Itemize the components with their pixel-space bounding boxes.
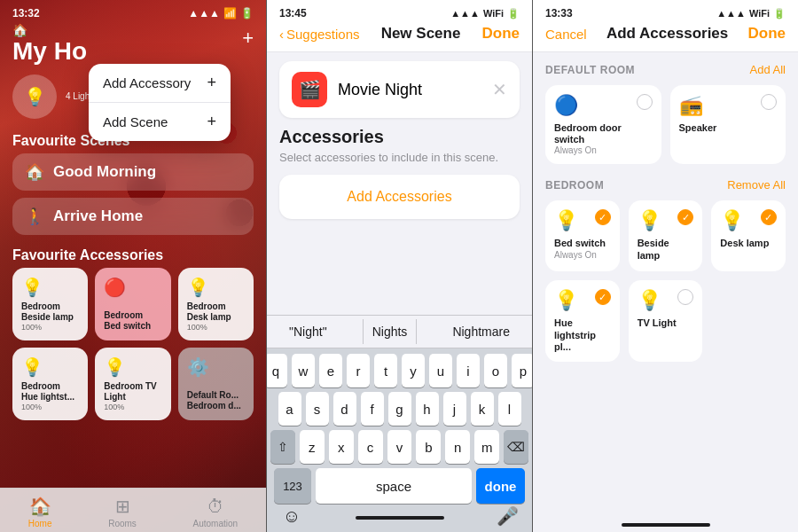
speaker-icon: 📻 <box>679 94 703 117</box>
desk-lamp-icon-p3: 💡 <box>720 209 744 232</box>
key-j[interactable]: j <box>443 392 466 426</box>
tile-top-beside-lamp: 💡 ✓ <box>638 209 694 232</box>
bed-switch-name: Bed switch <box>554 238 606 249</box>
add-scene-item[interactable]: Add Scene + <box>89 102 231 141</box>
suggestion-nights[interactable]: Nights <box>363 319 418 344</box>
acc-tile-tv-light[interactable]: 💡 Bedroom TV Light 100% <box>95 348 170 420</box>
scene-icon-box: 🎬 <box>292 72 327 107</box>
acc-name-bed-switch: Bedroom Bed switch <box>104 310 161 332</box>
hue-check[interactable]: ✓ <box>595 289 611 305</box>
suggestion-nightmare[interactable]: Nightmare <box>443 319 519 344</box>
beside-lamp-check[interactable]: ✓ <box>677 209 693 225</box>
add-accessories-button[interactable]: Add Accessories <box>279 175 520 219</box>
scene-arrive-home-icon: 🚶 <box>25 207 44 226</box>
acc-tile-beside-lamp[interactable]: 💡 Bedroom Beside lamp 100% <box>12 268 88 340</box>
key-c[interactable]: c <box>358 430 383 464</box>
acc-tile-hue[interactable]: 💡 Bedroom Hue lightst... 100% <box>12 348 88 420</box>
key-p[interactable]: p <box>512 354 532 387</box>
key-n[interactable]: n <box>445 430 470 464</box>
scene-name-input[interactable] <box>338 81 444 99</box>
desk-lamp-check[interactable]: ✓ <box>761 209 777 225</box>
acc-desk-lamp-p3[interactable]: 💡 ✓ Desk lamp <box>711 200 786 271</box>
bed-switch-check[interactable]: ✓ <box>595 209 611 225</box>
key-a[interactable]: a <box>278 392 301 426</box>
signal-icon-p3: ▲▲▲ <box>716 8 746 19</box>
key-b[interactable]: b <box>416 430 441 464</box>
acc-beside-lamp[interactable]: 💡 ✓ Beside lamp <box>629 200 703 271</box>
back-button-p2[interactable]: ‹ Suggestions <box>279 27 360 42</box>
key-h[interactable]: h <box>416 392 439 426</box>
key-u[interactable]: u <box>429 354 452 387</box>
done-button-p3[interactable]: Done <box>748 25 786 43</box>
panel-new-scene: 13:45 ▲▲▲ WiFi 🔋 ‹ Suggestions New Scene… <box>266 0 532 532</box>
bulb-circle[interactable]: 💡 <box>12 74 57 119</box>
backspace-key[interactable]: ⌫ <box>504 430 528 464</box>
scene-good-morning[interactable]: 🏠 Good Morning <box>12 153 254 191</box>
key-g[interactable]: g <box>388 392 411 426</box>
acc-name-beside-lamp: Bedroom Beside lamp <box>21 301 79 323</box>
clear-scene-icon[interactable]: ✕ <box>492 79 507 100</box>
key-k[interactable]: k <box>471 392 494 426</box>
done-button-p2[interactable]: Done <box>481 25 520 43</box>
done-key[interactable]: done <box>476 468 525 504</box>
acc-icon-desk-lamp: 💡 <box>187 277 245 298</box>
add-button[interactable]: + <box>242 27 254 50</box>
key-r[interactable]: r <box>347 354 370 387</box>
suggestion-night[interactable]: "Night" <box>280 319 336 344</box>
key-e[interactable]: e <box>319 354 342 387</box>
scene-name-row[interactable]: 🎬 ✕ <box>279 61 520 118</box>
keyboard-row-2: a s d f g h j k l <box>270 392 528 426</box>
acc-name-hue: Bedroom Hue lightst... <box>21 381 79 403</box>
door-switch-name: Bedroom door switch <box>554 122 653 145</box>
emoji-key[interactable]: ☺ <box>274 506 309 527</box>
acc-tv-light-p3[interactable]: 💡 TV Light <box>629 280 703 362</box>
acc-speaker[interactable]: 📻 Speaker <box>670 85 786 164</box>
acc-bed-switch[interactable]: 💡 ✓ Bed switch Always On <box>545 200 620 271</box>
speaker-check[interactable] <box>761 94 777 110</box>
key-w[interactable]: w <box>292 354 315 387</box>
bedroom-grid: 💡 ✓ Bed switch Always On 💡 ✓ Beside lamp <box>545 200 786 362</box>
battery-icon-p3: 🔋 <box>773 8 786 20</box>
key-o[interactable]: o <box>484 354 507 387</box>
tile-top-desk-lamp: 💡 ✓ <box>720 209 777 232</box>
add-accessory-item[interactable]: Add Accessory + <box>89 64 231 102</box>
key-s[interactable]: s <box>306 392 329 426</box>
accessories-body: DEFAULT ROOM Add All 🔵 Bedroom door swit… <box>533 52 798 520</box>
key-i[interactable]: i <box>457 354 480 387</box>
key-l[interactable]: l <box>498 392 521 426</box>
add-accessory-plus-icon: + <box>207 74 216 92</box>
battery-icon-p1: 🔋 <box>240 7 254 20</box>
remove-all-button[interactable]: Remove All <box>727 178 786 192</box>
num-key[interactable]: 123 <box>274 468 311 504</box>
shift-key[interactable]: ⇧ <box>270 430 295 464</box>
acc-hue-p3[interactable]: 💡 ✓ Hue lightstrip pl... <box>545 280 620 362</box>
add-accessory-label: Add Accessory <box>103 75 191 90</box>
acc-tile-default[interactable]: ⚙️ Default Ro... Bedroom d... <box>178 348 254 420</box>
navbar-p2: ‹ Suggestions New Scene Done <box>267 20 532 52</box>
key-d[interactable]: d <box>333 392 356 426</box>
key-f[interactable]: f <box>361 392 384 426</box>
acc-tile-bed-switch[interactable]: 🔴 Bedroom Bed switch <box>95 268 170 340</box>
door-switch-check[interactable] <box>637 94 653 110</box>
acc-door-switch[interactable]: 🔵 Bedroom door switch Always On <box>545 85 661 164</box>
key-z[interactable]: z <box>300 430 325 464</box>
add-all-button[interactable]: Add All <box>750 63 786 76</box>
key-q[interactable]: q <box>266 354 287 387</box>
acc-tile-desk-lamp[interactable]: 💡 Bedroom Desk lamp 100% <box>178 268 254 340</box>
beside-lamp-name: Beside lamp <box>638 238 694 261</box>
scene-movie-icon: 🎬 <box>299 79 321 100</box>
cancel-button-p3[interactable]: Cancel <box>545 27 587 42</box>
acc-icon-beside-lamp: 💡 <box>21 277 79 298</box>
door-switch-icon: 🔵 <box>554 94 578 117</box>
mic-key[interactable]: 🎤 <box>489 505 525 527</box>
scene-arrive-home[interactable]: 🚶 Arrive Home <box>12 198 254 235</box>
key-v[interactable]: v <box>387 430 412 464</box>
key-m[interactable]: m <box>474 430 499 464</box>
key-y[interactable]: y <box>402 354 425 387</box>
key-t[interactable]: t <box>374 354 397 387</box>
tv-light-check[interactable] <box>677 289 693 305</box>
key-x[interactable]: x <box>329 430 354 464</box>
space-key[interactable]: space <box>316 468 472 504</box>
acc-sub-tv-light: 100% <box>104 403 161 411</box>
acc-icon-hue: 💡 <box>21 356 79 378</box>
